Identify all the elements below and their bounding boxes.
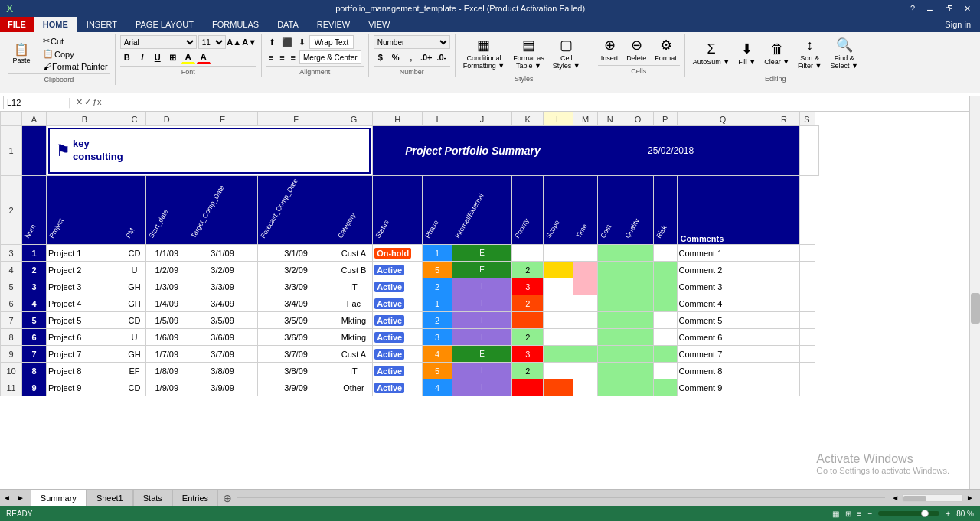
cell-scope-6[interactable] [544,329,573,346]
cell-target-9[interactable]: 3/9/09 [188,379,257,396]
cell-risk-4[interactable] [654,295,678,312]
cancel-entry-icon[interactable]: ✕ [76,97,83,107]
cell-project-6[interactable]: Project 6 [47,329,123,346]
cell-target-5[interactable]: 3/5/09 [188,312,257,329]
cell-cat-8[interactable]: IT [335,363,373,379]
row-header-5[interactable]: 5 [1,278,22,295]
add-sheet-button[interactable]: ⊕ [218,490,237,505]
align-center-button[interactable]: ≡ [277,52,286,63]
cell-reference-box[interactable] [3,96,64,109]
currency-button[interactable]: $ [374,50,387,64]
fill-color-button[interactable]: A [181,50,195,64]
cell-pm-3[interactable]: GH [123,278,146,295]
cell-priority-3[interactable]: 3 [512,278,544,295]
col-header-s[interactable]: S [799,112,815,126]
cell-target-2[interactable]: 3/2/09 [188,262,257,278]
cell-num-5[interactable]: 5 [22,312,47,329]
cell-forecast-6[interactable]: 3/6/09 [257,329,335,346]
cell-num-3[interactable]: 3 [22,278,47,295]
col-header-r[interactable]: R [769,112,799,126]
cell-num-7[interactable]: 7 [22,346,47,363]
cell-scope-1[interactable] [544,245,573,262]
cell-quality-8[interactable] [622,363,653,379]
cell-forecast-9[interactable]: 3/9/09 [257,379,335,396]
cell-priority-7[interactable]: 3 [512,346,544,363]
table-row[interactable]: 11 9 Project 9 CD 1/9/09 3/9/09 3/9/09 O… [1,379,819,396]
col-header-i[interactable]: I [423,112,452,126]
tab-data[interactable]: DATA [268,17,308,32]
cell-status-3[interactable]: Active [373,278,423,295]
cell-cost-6[interactable] [598,329,622,346]
percent-button[interactable]: % [389,50,403,64]
cell-s4[interactable] [799,262,815,278]
cell-num-6[interactable]: 6 [22,329,47,346]
cell-s11[interactable] [799,379,815,396]
cell-forecast-7[interactable]: 3/7/09 [257,346,335,363]
tab-review[interactable]: REVIEW [308,17,359,32]
cell-ie-6[interactable]: I [452,329,512,346]
col-header-e[interactable]: E [188,112,257,126]
table-row[interactable]: 5 3 Project 3 GH 1/3/09 3/3/09 3/3/09 IT… [1,278,819,295]
cell-quality-5[interactable] [622,312,653,329]
cell-risk-2[interactable] [654,262,678,278]
fill-button[interactable]: ⬇ Fill ▼ [735,39,759,67]
cell-s8[interactable] [799,329,815,346]
col-header-g[interactable]: G [335,112,373,126]
cell-ie-4[interactable]: I [452,295,512,312]
cell-cat-1[interactable]: Cust A [335,245,373,262]
col-header-p[interactable]: P [654,112,678,126]
cell-pm-6[interactable]: U [123,329,146,346]
cell-priority-6[interactable]: 2 [512,329,544,346]
copy-button[interactable]: 📋 Copy [41,48,110,60]
wrap-text-button[interactable]: Wrap Text [309,35,354,49]
cell-project-9[interactable]: Project 9 [47,379,123,396]
close-button[interactable]: ✕ [961,4,974,14]
align-top-button[interactable]: ⬆ [266,37,278,48]
cell-cost-8[interactable] [598,363,622,379]
cell-time-7[interactable] [573,346,598,363]
cell-phase-3[interactable]: 2 [423,278,452,295]
cell-quality-4[interactable] [622,295,653,312]
cell-phase-5[interactable]: 2 [423,312,452,329]
cell-forecast-3[interactable]: 3/3/09 [257,278,335,295]
col-header-h[interactable]: H [373,112,423,126]
sheet-nav-left[interactable]: ◄ [0,493,14,502]
cell-comment-9[interactable]: Comment 9 [677,379,769,396]
cell-comment-6[interactable]: Comment 6 [677,329,769,346]
tab-formulas[interactable]: FORMULAS [203,17,268,32]
cell-project-5[interactable]: Project 5 [47,312,123,329]
title-cell[interactable]: Project Portfolio Summary [373,126,573,176]
cell-scope-3[interactable] [544,278,573,295]
cell-project-7[interactable]: Project 7 [47,346,123,363]
cell-time-8[interactable] [573,363,598,379]
logo-cell[interactable]: ⚑ key consulting [47,126,373,176]
row-header-4[interactable]: 4 [1,262,22,278]
cell-cost-4[interactable] [598,295,622,312]
sheet-tab-stats[interactable]: Stats [133,490,172,505]
table-row[interactable]: 4 2 Project 2 U 1/2/09 3/2/09 3/2/09 Cus… [1,262,819,278]
cell-risk-1[interactable] [654,245,678,262]
insert-button[interactable]: ⊕ Insert [598,35,622,63]
cell-target-4[interactable]: 3/4/09 [188,295,257,312]
cut-button[interactable]: ✂ Cut [41,35,110,47]
cell-pm-1[interactable]: CD [123,245,146,262]
align-middle-button[interactable]: ⬛ [279,37,295,48]
table-row[interactable]: 9 7 Project 7 GH 1/7/09 3/7/09 3/7/09 Cu… [1,346,819,363]
format-as-table-button[interactable]: ▤ Format asTable ▼ [510,35,547,71]
cell-start-8[interactable]: 1/8/09 [146,363,188,379]
conditional-formatting-button[interactable]: ▦ ConditionalFormatting ▼ [460,35,508,71]
cell-time-2[interactable] [573,262,598,278]
col-header-n[interactable]: N [598,112,622,126]
cell-cost-5[interactable] [598,312,622,329]
align-right-button[interactable]: ≡ [289,52,298,63]
cell-project-4[interactable]: Project 4 [47,295,123,312]
decrease-decimal-button[interactable]: .0- [435,50,449,64]
cell-num-9[interactable]: 9 [22,379,47,396]
cell-comment-1[interactable]: Comment 1 [677,245,769,262]
number-format-select[interactable]: Number [374,35,450,49]
cell-ie-3[interactable]: I [452,278,512,295]
increase-decimal-button[interactable]: .0+ [420,50,433,64]
vertical-scrollbar[interactable] [969,96,980,489]
cell-start-3[interactable]: 1/3/09 [146,278,188,295]
cell-priority-8[interactable]: 2 [512,363,544,379]
